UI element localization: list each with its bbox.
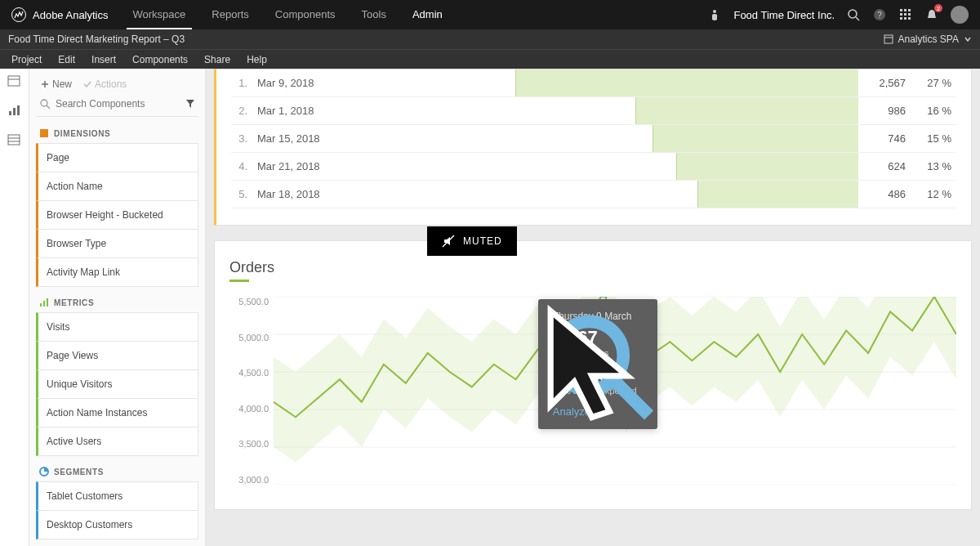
- y-tick: 3,000.0: [229, 475, 269, 485]
- svg-rect-11: [900, 17, 902, 20]
- muted-icon: [442, 235, 455, 248]
- row-percent: 27 %: [911, 69, 956, 97]
- top-right-controls: Food Time Direct Inc. ? 2: [707, 6, 980, 24]
- row-date: Mar 15, 2018: [252, 125, 515, 153]
- notification-badge: 2: [934, 4, 942, 12]
- row-bar: [515, 153, 858, 181]
- search-components-input[interactable]: [56, 98, 180, 110]
- svg-rect-19: [13, 108, 16, 115]
- org-name[interactable]: Food Time Direct Inc.: [733, 9, 835, 21]
- nav-reports[interactable]: Reports: [198, 0, 262, 29]
- title-underline: [229, 280, 249, 282]
- table-row[interactable]: 3.Mar 15, 201874615 %: [231, 125, 956, 153]
- row-bar: [515, 69, 858, 97]
- help-icon[interactable]: ?: [872, 7, 887, 22]
- row-rank: 5.: [231, 181, 252, 208]
- segment-item[interactable]: Desktop Customers: [36, 510, 198, 539]
- table-row[interactable]: 2.Mar 1, 201898616 %: [231, 97, 956, 125]
- row-bar: [515, 97, 858, 125]
- plus-icon: [41, 80, 49, 88]
- row-bar: [515, 125, 858, 153]
- apps-icon[interactable]: [898, 7, 913, 22]
- row-rank: 2.: [231, 97, 252, 125]
- dimension-item[interactable]: Action Name: [36, 172, 198, 201]
- svg-rect-7: [908, 9, 911, 11]
- brand-logo: Adobe Analytics: [0, 7, 120, 22]
- svg-line-27: [47, 105, 50, 109]
- nav-tools[interactable]: Tools: [349, 0, 399, 29]
- top-nav: Workspace Reports Components Tools Admin: [120, 0, 456, 29]
- metric-item[interactable]: Active Users: [36, 427, 198, 456]
- svg-point-1: [849, 10, 857, 18]
- metric-item[interactable]: Action Name Instances: [36, 398, 198, 427]
- table-row[interactable]: 5.Mar 18, 201848612 %: [231, 181, 956, 208]
- dimension-item[interactable]: Browser Type: [36, 229, 198, 258]
- new-button[interactable]: New: [41, 78, 72, 90]
- left-icon-rail: [0, 69, 29, 546]
- menu-insert[interactable]: Insert: [83, 54, 124, 65]
- line-chart-panel: MUTED Orders 5,500.05,000.04,500.04,000.…: [214, 240, 972, 510]
- report-title: Food Time Direct Marketing Report – Q3: [8, 34, 185, 45]
- y-tick: 3,500.0: [229, 439, 269, 449]
- search-icon[interactable]: [846, 7, 861, 22]
- top-nav-bar: Adobe Analytics Workspace Reports Compon…: [0, 0, 980, 29]
- adobe-analytics-icon: [11, 7, 26, 22]
- svg-rect-10: [908, 13, 911, 16]
- svg-text:?: ?: [877, 11, 882, 20]
- svg-rect-13: [908, 17, 911, 20]
- metric-item[interactable]: Page Views: [36, 341, 198, 370]
- svg-rect-8: [900, 13, 902, 16]
- actions-button[interactable]: Actions: [83, 78, 127, 90]
- menu-share[interactable]: Share: [196, 54, 238, 65]
- freeform-table: 1.Mar 9, 20182,56727 %2.Mar 1, 201898616…: [214, 69, 972, 226]
- row-rank: 4.: [231, 153, 252, 181]
- svg-rect-5: [900, 9, 902, 11]
- nav-components[interactable]: Components: [262, 0, 349, 29]
- svg-point-0: [713, 10, 716, 13]
- workspace-canvas: 1.Mar 9, 20182,56727 %2.Mar 1, 201898616…: [206, 69, 980, 546]
- table-row[interactable]: 1.Mar 9, 20182,56727 %: [231, 69, 956, 97]
- component-sidebar: New Actions DIMENSIONS Page Action Name …: [29, 69, 206, 546]
- svg-rect-6: [904, 9, 906, 11]
- chart-area: 5,500.05,000.04,500.04,000.03,500.03,000…: [229, 297, 956, 485]
- nav-admin[interactable]: Admin: [399, 0, 456, 29]
- muted-badge: MUTED: [427, 226, 517, 256]
- row-percent: 13 %: [911, 153, 956, 181]
- rail-table-icon[interactable]: [7, 134, 22, 149]
- svg-rect-14: [884, 35, 893, 43]
- nav-workspace[interactable]: Workspace: [120, 0, 199, 29]
- segment-item[interactable]: Tablet Customers: [36, 481, 198, 511]
- filter-icon[interactable]: [185, 99, 195, 109]
- row-date: Mar 9, 2018: [252, 69, 515, 97]
- chart-tooltip: Thursday 9 March 2,567 Online Orders ANO…: [538, 299, 657, 429]
- notifications-icon[interactable]: 2: [924, 7, 939, 22]
- dimension-item[interactable]: Activity Map Link: [36, 257, 198, 287]
- svg-rect-31: [47, 298, 48, 307]
- rail-panel-icon[interactable]: [7, 75, 22, 90]
- y-tick: 4,500.0: [229, 368, 269, 378]
- row-rank: 1.: [231, 69, 252, 97]
- svg-rect-28: [40, 129, 48, 137]
- row-percent: 15 %: [911, 125, 956, 153]
- panel-icon: [884, 34, 893, 44]
- svg-rect-18: [9, 111, 11, 115]
- dimension-item[interactable]: Page: [36, 143, 198, 172]
- chevron-down-icon: [964, 35, 972, 43]
- workspace-selector[interactable]: Analytics SPA: [884, 34, 972, 45]
- menu-help[interactable]: Help: [238, 54, 275, 65]
- chart-plot[interactable]: Thursday 9 March 2,567 Online Orders ANO…: [274, 297, 956, 485]
- check-icon: [83, 80, 91, 88]
- search-icon: [39, 98, 51, 110]
- org-icon: [707, 7, 722, 22]
- rail-chart-icon[interactable]: [7, 105, 22, 119]
- cursor-icon: [538, 299, 657, 429]
- menu-project[interactable]: Project: [3, 54, 50, 65]
- dimension-item[interactable]: Browser Height - Bucketed: [36, 200, 198, 230]
- metric-item[interactable]: Visits: [36, 312, 198, 342]
- row-value: 2,567: [858, 69, 911, 97]
- metric-item[interactable]: Unique Visitors: [36, 369, 198, 399]
- menu-components[interactable]: Components: [124, 54, 196, 65]
- table-row[interactable]: 4.Mar 21, 201862413 %: [231, 153, 956, 181]
- avatar[interactable]: [951, 6, 969, 24]
- menu-edit[interactable]: Edit: [50, 54, 83, 65]
